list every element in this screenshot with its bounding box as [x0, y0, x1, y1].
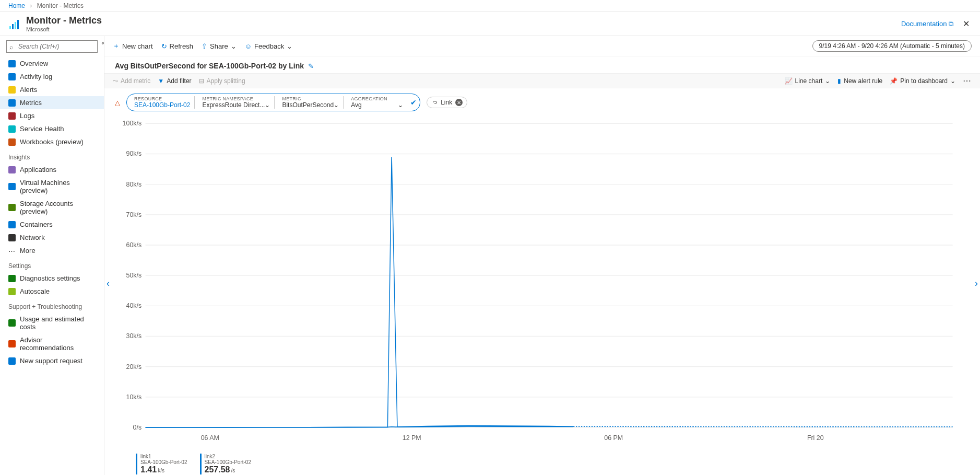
sidebar-item-label: Virtual Machines (preview) [20, 179, 96, 194]
breadcrumb-sep: › [30, 2, 32, 9]
legend-item[interactable]: link1 SEA-100Gb-Port-02 1.41k/s [136, 454, 187, 474]
more-icon: ⋯ [8, 247, 16, 254]
sidebar-item-label: Applications [20, 166, 56, 173]
chevron-down-icon: ⌄ [265, 101, 270, 109]
chevron-down-icon: ⌄ [398, 101, 403, 109]
remove-chip-icon[interactable]: ✕ [455, 99, 463, 106]
line-chart[interactable]: 0/s10k/s20k/s30k/s40k/s50k/s60k/s70k/s80… [117, 117, 959, 444]
sidebar-item-vms[interactable]: Virtual Machines (preview) [0, 176, 104, 197]
metric-warning-icon: △ [115, 99, 120, 107]
breadcrumb-home[interactable]: Home [8, 2, 25, 9]
svg-text:20k/s: 20k/s [126, 362, 142, 370]
namespace-select[interactable]: ExpressRoute Direct...⌄ [202, 101, 270, 109]
sidebar-item-diagnostics[interactable]: Diagnostics settings [0, 272, 104, 285]
svg-text:06 AM: 06 AM [201, 434, 219, 442]
line-chart-icon: 📈 [785, 77, 793, 85]
sidebar-item-more[interactable]: ⋯More [0, 244, 104, 257]
advisor-icon [8, 340, 16, 347]
prev-chart-icon[interactable]: ‹ [107, 277, 110, 288]
legend-item[interactable]: link2 SEA-100Gb-Port-02 257.58/s [200, 454, 252, 474]
documentation-link[interactable]: Documentation ⧉ [901, 20, 953, 28]
svg-text:30k/s: 30k/s [126, 332, 142, 340]
metric-config-pill: RESOURCE SEA-100Gb-Port-02 METRIC NAMESP… [126, 94, 420, 111]
nav-section-settings: Settings [0, 257, 104, 272]
vms-icon [8, 183, 16, 190]
storage-icon [8, 204, 16, 211]
legend-resource: SEA-100Gb-Port-02 [205, 459, 252, 465]
sidebar-item-label: Activity log [20, 73, 52, 80]
chart-area: ‹ › 0/s10k/s20k/s30k/s40k/s50k/s60k/s70k… [104, 117, 980, 449]
sidebar-item-autoscale[interactable]: Autoscale [0, 285, 104, 298]
add-metric-button[interactable]: ⤳Add metric [113, 77, 150, 85]
chart-legend: link1 SEA-100Gb-Port-02 1.41k/slink2 SEA… [104, 449, 980, 475]
svg-rect-2 [15, 22, 16, 29]
breadcrumb-current: Monitor - Metrics [37, 2, 84, 9]
time-range-picker[interactable]: 9/19 4:26 AM - 9/20 4:26 AM (Automatic -… [812, 40, 972, 52]
svg-rect-3 [17, 20, 19, 29]
sidebar-item-label: Network [20, 234, 45, 241]
new-chart-button[interactable]: ＋New chart [113, 41, 153, 51]
sidebar-item-label: Autoscale [20, 287, 50, 295]
workbooks-icon [8, 138, 16, 146]
sidebar-item-usage[interactable]: Usage and estimated costs [0, 312, 104, 333]
sidebar-item-overview[interactable]: Overview [0, 57, 104, 70]
chevron-down-icon: ⌄ [950, 77, 955, 85]
new-alert-rule-button[interactable]: ▮New alert rule [837, 77, 882, 85]
link-icon [431, 99, 438, 106]
aggregation-select[interactable]: Avg⌄ [351, 101, 403, 109]
svg-text:50k/s: 50k/s [126, 271, 142, 280]
svg-text:90k/s: 90k/s [126, 149, 142, 158]
svg-text:60k/s: 60k/s [126, 241, 142, 249]
metric-select[interactable]: BitsOutPerSecond⌄ [282, 101, 339, 109]
sidebar-item-applications[interactable]: Applications [0, 163, 104, 176]
sidebar-item-advisor[interactable]: Advisor recommendations [0, 333, 104, 354]
chart-toolbar: ⤳Add metric ▼Add filter ⊟Apply splitting… [104, 73, 980, 88]
sidebar-item-storage[interactable]: Storage Accounts (preview) [0, 197, 104, 218]
legend-series-name: link1 [140, 454, 187, 459]
pin-to-dashboard-button[interactable]: 📌Pin to dashboard ⌄ [890, 77, 955, 85]
page-subtitle: Microsoft [26, 26, 102, 32]
nav-section-support: Support + Troubleshooting [0, 298, 104, 312]
share-button[interactable]: ⇪Share ⌄ [202, 42, 237, 50]
more-options-icon[interactable]: ⋯ [963, 76, 972, 86]
edit-title-icon[interactable]: ✎ [308, 62, 314, 70]
svg-text:100k/s: 100k/s [123, 119, 142, 128]
next-chart-icon[interactable]: › [975, 277, 978, 288]
legend-value: 1.41 [140, 465, 157, 474]
sidebar-item-network[interactable]: Network [0, 231, 104, 244]
plus-icon: ＋ [113, 41, 120, 51]
add-filter-button[interactable]: ▼Add filter [158, 77, 191, 85]
network-icon [8, 234, 16, 241]
sidebar-item-label: Metrics [20, 99, 42, 107]
sidebar-item-workbooks[interactable]: Workbooks (preview) [0, 135, 104, 148]
svg-text:06 PM: 06 PM [604, 434, 623, 442]
sidebar-item-containers[interactable]: Containers [0, 218, 104, 231]
legend-value: 257.58 [205, 465, 230, 474]
chevron-down-icon: ⌄ [334, 101, 339, 109]
sidebar-item-logs[interactable]: Logs [0, 109, 104, 122]
close-icon[interactable]: ✕ [961, 19, 972, 29]
feedback-button[interactable]: ☺Feedback ⌄ [245, 42, 292, 50]
sidebar-item-newreq[interactable]: New support request [0, 354, 104, 367]
chart-type-select[interactable]: 📈Line chart ⌄ [785, 77, 831, 85]
sidebar-item-label: More [20, 247, 36, 254]
metric-label: METRIC [282, 96, 339, 101]
alert-icon: ▮ [837, 77, 841, 85]
split-by-chip[interactable]: Link ✕ [427, 97, 467, 108]
svg-text:70k/s: 70k/s [126, 210, 142, 218]
svg-text:10k/s: 10k/s [126, 392, 142, 401]
newreq-icon [8, 357, 16, 365]
resource-select[interactable]: SEA-100Gb-Port-02 [134, 101, 190, 109]
sidebar-item-alerts[interactable]: Alerts [0, 83, 104, 96]
legend-resource: SEA-100Gb-Port-02 [140, 459, 187, 465]
share-icon: ⇪ [202, 42, 207, 50]
main-content: ＋New chart ↻Refresh ⇪Share ⌄ ☺Feedback ⌄… [104, 36, 980, 475]
sidebar-item-activity-log[interactable]: Activity log [0, 70, 104, 83]
aggregation-label: AGGREGATION [351, 96, 403, 101]
sidebar-item-label: Workbooks (preview) [20, 138, 84, 146]
sidebar-item-metrics[interactable]: Metrics [0, 96, 104, 109]
apply-splitting-button[interactable]: ⊟Apply splitting [199, 77, 245, 85]
sidebar-search-input[interactable] [6, 40, 98, 53]
sidebar-item-service-health[interactable]: Service Health [0, 122, 104, 135]
refresh-button[interactable]: ↻Refresh [161, 42, 194, 50]
